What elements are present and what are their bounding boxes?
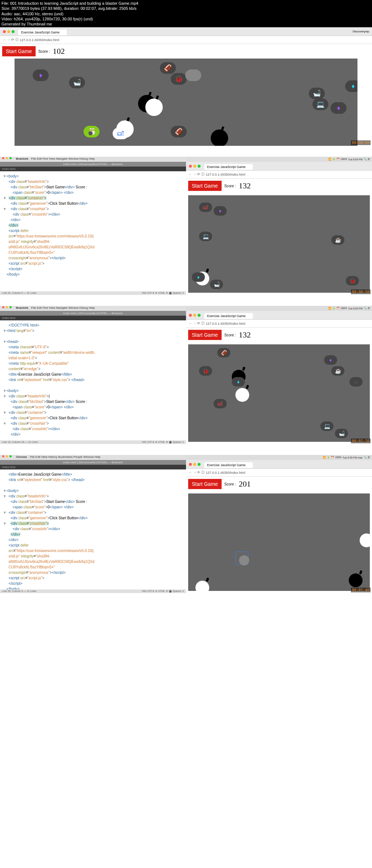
couch-icon[interactable]: 🛋	[214, 399, 227, 408]
extension-label: Discoveryvip	[353, 30, 369, 33]
game-canvas[interactable]	[188, 493, 370, 591]
target-icon[interactable]: ◎	[349, 377, 363, 387]
window-title: index.html (JSExerciseBLASTER) — Bracket…	[0, 460, 186, 465]
bomb-icon[interactable]	[211, 129, 228, 146]
score-value: 132	[239, 181, 251, 191]
menubar[interactable]: BracketsFile Edit Find View Navigate Win…	[0, 157, 186, 162]
file-tab[interactable]: index.html	[0, 316, 186, 320]
gem-icon[interactable]: ♦	[192, 272, 205, 282]
bug-icon[interactable]: 🐞	[199, 366, 212, 376]
browser-preview: 📶 🔋 ⏰ 100% Tue 8:55 PM 🔍 ☰ Exercise Java…	[186, 306, 372, 444]
status-bar: Line 13, Column 29 — 21 LinesINS UTF-8 ▼…	[0, 440, 186, 444]
couch-icon[interactable]: 🛋	[199, 203, 212, 212]
maximize-icon[interactable]	[12, 30, 15, 33]
gem-icon[interactable]: ♦	[331, 102, 347, 114]
menu-items[interactable]: File Edit Find View Navigate Window Debu…	[31, 157, 95, 161]
score-value: 102	[53, 47, 65, 56]
browser-tab[interactable]: Exercise JavaScript Game	[204, 462, 253, 468]
football-icon[interactable]: 🏈	[171, 126, 187, 137]
mac-menubar: 📶 🔋 ⏰ 100% Tue 8:55 PM 🔍 ☰	[186, 306, 372, 311]
browser-preview: 📶 🔋 ⏰ 100% Tue 8:55 PM mac 🔍 ☰ Exercise …	[186, 455, 372, 593]
code-editor[interactable]: <title>Exercise JavaScript Game</title> …	[0, 469, 186, 589]
laptop-icon[interactable]: 💻	[199, 232, 212, 241]
meta-audio: Audio: aac, 44100 Hz, stereo (und)	[1, 11, 371, 16]
status-bar: Line 24, Column 5 — 21 LinesINS UTF-8 ▼ …	[0, 291, 186, 295]
frame-1: Exercise JavaScript Game Discoveryvip ← …	[0, 27, 372, 146]
address-bar[interactable]: ← → ⟳ ⓘ 127.0.0.1:49350/index.html	[186, 320, 372, 328]
bathtub-icon[interactable]: 🛁	[210, 280, 223, 289]
brackets-editor: BracketsFile Edit Find View Navigate Win…	[0, 306, 186, 444]
status-left: Line 24, Column 5 — 21 Lines	[2, 292, 36, 295]
code-editor[interactable]: ▼<body> <div class="headerInfo"> <div cl…	[0, 171, 186, 291]
status-bar: Line 26, Column 9 — 21 LinesINS UTF-8 ▼ …	[0, 589, 186, 593]
bathtub-icon[interactable]: 🛁	[69, 77, 85, 88]
bathtub-icon[interactable]: 🛁	[309, 88, 325, 99]
coffee-icon[interactable]: ☕	[331, 366, 344, 376]
timestamp: 00:01:40	[351, 588, 371, 592]
mac-menubar: 📶 🔋 ⏰ 100% Tue 8:54 PM 🔍 ☰	[186, 157, 372, 162]
bowling-icon[interactable]: 🎳	[84, 126, 100, 137]
score-label: Score :	[39, 49, 50, 53]
mac-menubar: 📶 🔋 ⏰ 100% Tue 8:55 PM mac 🔍 ☰	[186, 455, 372, 460]
bug-icon[interactable]: 🐞	[171, 73, 187, 85]
bomb-icon[interactable]	[145, 99, 163, 116]
browser-tab[interactable]: Exercise JavaScript Game	[204, 313, 253, 319]
bomb-icon[interactable]	[349, 573, 363, 587]
game-canvas[interactable]: 🏈 ♦ 🐞 ☕ ♦ ◎ 🛋 🛁 💻	[188, 344, 370, 442]
bathtub-icon[interactable]: 🛁	[335, 429, 348, 438]
window-title: index.html (JSExerciseBLASTER) — Bracket…	[0, 311, 186, 316]
meta-size: Size: 39770019 bytes (37.93 MiB), durati…	[1, 6, 371, 11]
gem-icon[interactable]: ♦	[345, 80, 357, 92]
browser-preview: 📶 🔋 ⏰ 100% Tue 8:54 PM 🔍 ☰ Exercise Java…	[186, 157, 372, 295]
address-bar[interactable]: ← → ⟳ ⓘ 127.0.0.1:49350/index.html	[186, 171, 372, 179]
gem-icon[interactable]: ♦	[232, 377, 245, 387]
browser-chrome: Exercise JavaScript Game Discoveryvip	[0, 27, 372, 36]
football-icon[interactable]: 🏈	[160, 62, 176, 74]
game-canvas[interactable]: ♦ 🛁 🏈 🐞 🛁 💻 ♦ ♦ 🎳 🏈 🛋	[15, 59, 357, 146]
file-tab[interactable]: index.html	[0, 465, 186, 469]
frame-4: ChromeFile Edit View History Bookmarks P…	[0, 455, 372, 593]
circle-icon[interactable]	[185, 69, 201, 81]
frame-2: BracketsFile Edit Find View Navigate Win…	[0, 157, 372, 295]
address-bar[interactable]: ← → ⟳ ⓘ 127.0.0.1:49350/index.html	[186, 469, 372, 477]
browser-tab[interactable]: Exercise JavaScript Game	[18, 29, 67, 35]
meta-gen: Generated by Thumbnail me	[1, 21, 371, 27]
menubar[interactable]: ChromeFile Edit View History Bookmarks P…	[0, 455, 186, 460]
browser-tab[interactable]: Exercise JavaScript Game	[204, 164, 253, 170]
window-title: index.html (JSExerciseBLASTER) — Bracket…	[0, 162, 186, 167]
gem-icon[interactable]: ♦	[214, 206, 227, 216]
football-icon[interactable]: 🏈	[217, 348, 230, 357]
laptop-icon[interactable]: 💻	[312, 99, 328, 110]
minimize-icon[interactable]	[7, 30, 10, 33]
brackets-editor: ChromeFile Edit View History Bookmarks P…	[0, 455, 186, 593]
timestamp: 00:00:50	[351, 289, 371, 294]
start-game-button[interactable]: Start Game	[188, 479, 222, 489]
start-game-button[interactable]: Start Game	[188, 181, 222, 191]
gem-icon[interactable]: ♦	[324, 355, 337, 365]
start-game-button[interactable]: Start Game	[2, 46, 36, 56]
brackets-editor: BracketsFile Edit Find View Navigate Win…	[0, 157, 186, 295]
meta-file: File: 001 Introduction to learning JavaS…	[1, 1, 371, 6]
game-canvas[interactable]: 🛋 ♦ 💻 ☕ ♦ 🛁 🐞	[188, 195, 370, 293]
gem-icon[interactable]: ♦	[33, 69, 49, 81]
meta-video: Video: h264, yuv420p, 1280x720, 30.00 fp…	[1, 16, 371, 21]
score-value: 201	[239, 479, 251, 489]
address-bar[interactable]: ← → ⟳ ⓘ 127.0.0.1:49350/index.html	[0, 36, 372, 44]
file-tab[interactable]: index.html	[0, 167, 186, 171]
file-metadata: File: 001 Introduction to learning JavaS…	[0, 0, 372, 27]
code-editor[interactable]: <!DOCTYPE html>▼<html lang="en"> ▼<head>…	[0, 320, 186, 440]
bug-icon[interactable]: 🐞	[346, 276, 359, 285]
timestamp: 00:00:26	[351, 140, 371, 145]
bomb-icon[interactable]	[195, 581, 209, 591]
start-game-button[interactable]: Start Game	[188, 330, 222, 340]
bomb-icon[interactable]	[360, 533, 370, 547]
coffee-icon[interactable]: ☕	[331, 235, 344, 245]
couch-icon[interactable]: 🛋	[113, 128, 129, 139]
bomb-icon[interactable]	[235, 388, 249, 402]
score-value: 132	[239, 330, 251, 340]
menubar[interactable]: BracketsFile Edit Find View Navigate Win…	[0, 306, 186, 311]
laptop-icon[interactable]: 💻	[320, 421, 333, 431]
status-right: INS UTF-8 ▼ HTML ▼ ⬤ Spaces: 4	[142, 292, 184, 295]
close-icon[interactable]	[3, 30, 6, 33]
timestamp: 00:01:16	[351, 439, 371, 443]
